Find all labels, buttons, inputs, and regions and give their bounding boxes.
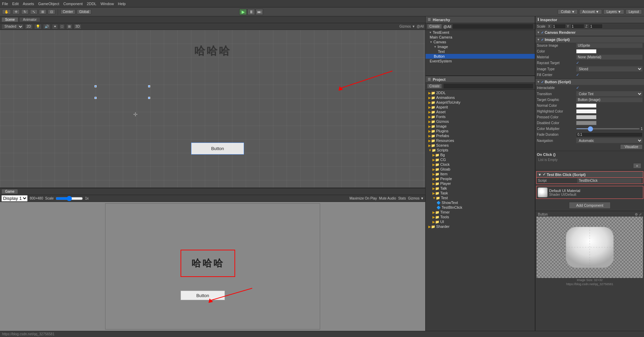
pause-button[interactable]: ⏸ xyxy=(247,9,255,15)
hierarchy-create-btn[interactable]: Create xyxy=(427,24,442,29)
visualize-btn[interactable]: Visualize xyxy=(620,144,643,149)
fill-center-check[interactable]: ✓ xyxy=(576,73,579,77)
source-image-ref[interactable]: UISprite xyxy=(576,43,643,48)
menu-2ddl[interactable]: 2DDL xyxy=(87,2,96,6)
add-onclick-btn[interactable]: + xyxy=(633,163,641,168)
scale-x-input[interactable] xyxy=(552,24,566,29)
fade-duration-input[interactable] xyxy=(576,132,643,137)
project-item-animations[interactable]: ▶📁 Animations xyxy=(426,95,535,100)
project-item-player[interactable]: ▶📁 Player xyxy=(426,181,535,186)
project-item-showtext[interactable]: 🔷 ShowText xyxy=(426,200,535,205)
transform-tool[interactable]: ⊡ xyxy=(48,9,55,14)
project-item-gloab[interactable]: ▶📁 Gloab xyxy=(426,167,535,172)
hierarchy-item-canvas[interactable]: ▼ Canvas xyxy=(426,40,535,44)
handle-tr[interactable] xyxy=(148,85,150,87)
project-item-test[interactable]: ▼📁 Test xyxy=(426,195,535,200)
handle-br[interactable] xyxy=(148,97,150,99)
project-item-cg[interactable]: ▶📁 CG xyxy=(426,157,535,162)
game-button[interactable]: Button xyxy=(181,291,225,300)
menu-assets[interactable]: Assets xyxy=(23,2,34,6)
material-ref[interactable]: None (Material) xyxy=(576,55,643,60)
scene-skybox-btn[interactable]: □ xyxy=(59,24,65,29)
rotate-tool[interactable]: ↻ xyxy=(21,9,29,14)
disabled-color-picker[interactable] xyxy=(576,121,597,125)
project-item-plugins[interactable]: ▶📁 Plugins xyxy=(426,129,535,133)
mute-label[interactable]: Mute Audio xyxy=(379,196,396,200)
canvas-renderer-header[interactable]: ▼ ✓ Canvas Renderer xyxy=(535,29,644,35)
project-item-ui[interactable]: ▶📁 UI xyxy=(426,219,535,224)
menu-help[interactable]: Help xyxy=(118,2,126,6)
color-picker[interactable] xyxy=(576,49,597,54)
project-item-resources[interactable]: ▶📁 Resources xyxy=(426,138,535,143)
hand-tool[interactable]: ✋ xyxy=(2,9,11,14)
project-item-asperit[interactable]: ▶📁 Asperit xyxy=(426,105,535,109)
global-btn[interactable]: Global xyxy=(77,9,91,14)
project-item-scripts[interactable]: ▼📁 Scripts xyxy=(426,148,535,152)
project-item-fonts[interactable]: ▶📁 Fonts xyxy=(426,114,535,119)
menu-gameobject[interactable]: GameObject xyxy=(38,2,59,6)
project-item-image[interactable]: ▶📁 Image xyxy=(426,124,535,129)
script-ref[interactable]: TestBtnClick xyxy=(577,178,642,183)
project-item-scenes[interactable]: ▶📁 Scenes xyxy=(426,143,535,148)
navigation-select[interactable]: Automatic xyxy=(576,138,643,143)
shading-select[interactable]: Shaded xyxy=(1,24,24,29)
raycast-check[interactable]: ✓ xyxy=(576,61,579,65)
menu-component[interactable]: Component xyxy=(63,2,83,6)
tab-game[interactable]: Game xyxy=(1,189,18,194)
scene-button-widget[interactable]: Button xyxy=(191,143,244,155)
project-item-people[interactable]: ▶📁 People xyxy=(426,176,535,181)
project-create-btn[interactable]: Create xyxy=(427,84,442,89)
scene-grid-btn[interactable]: ⊞ xyxy=(66,24,72,29)
scale-z-input[interactable] xyxy=(589,24,603,29)
layers-btn[interactable]: Layers ▼ xyxy=(603,9,624,14)
handle-bl[interactable] xyxy=(95,97,97,99)
hierarchy-search[interactable] xyxy=(453,24,533,29)
maximize-label[interactable]: Maximize On Play xyxy=(349,196,377,200)
scale-tool[interactable]: ⤡ xyxy=(30,9,38,14)
scale-y-input[interactable] xyxy=(571,24,584,29)
2d-btn[interactable]: 2D xyxy=(25,24,33,29)
menu-file[interactable]: File xyxy=(2,2,8,6)
normal-color-picker[interactable] xyxy=(576,103,597,108)
hierarchy-item-eventsystem[interactable]: EventSystem xyxy=(426,59,535,63)
project-item-2ddl[interactable]: ▶📁 2DDL xyxy=(426,90,535,95)
project-item-item[interactable]: ▶📁 Item xyxy=(426,172,535,176)
handle-tl[interactable] xyxy=(95,85,97,87)
tab-animator[interactable]: Animator xyxy=(19,17,40,22)
scale-slider[interactable] xyxy=(56,196,83,201)
display-select[interactable]: Display 1 xyxy=(1,195,28,202)
project-item-clock[interactable]: ▶📁 Clock xyxy=(426,162,535,167)
test-btn-click-header[interactable]: ▼ ✓ Test Btn Click (Script) xyxy=(536,172,643,178)
menu-edit[interactable]: Edit xyxy=(12,2,19,6)
scene-3d-btn[interactable]: 3D xyxy=(74,24,82,29)
project-item-tools[interactable]: ▶📁 Tools xyxy=(426,215,535,219)
target-graphic-ref[interactable]: Button (Image) xyxy=(576,97,643,102)
project-item-testbtnclick[interactable]: 🔷 TestBtnClick xyxy=(426,205,535,210)
tab-scene[interactable]: Scene xyxy=(1,17,18,22)
project-item-timer[interactable]: ▶📁 Timer xyxy=(426,210,535,215)
transition-select[interactable]: Color Tint xyxy=(576,91,643,97)
scene-fx-btn[interactable]: ✦ xyxy=(52,24,58,29)
move-tool[interactable]: ✛ xyxy=(12,9,20,14)
account-btn[interactable]: Account ▼ xyxy=(579,9,602,14)
rect-tool[interactable]: ⊞ xyxy=(39,9,46,14)
project-search[interactable] xyxy=(443,84,533,89)
interactable-check[interactable]: ✓ xyxy=(576,86,579,90)
project-item-bg[interactable]: ▶📁 Bg xyxy=(426,152,535,157)
project-item-asset[interactable]: ▶📁 Asset xyxy=(426,109,535,114)
scene-light-btn[interactable]: 💡 xyxy=(34,24,42,29)
hierarchy-item-maincamera[interactable]: Main Camera xyxy=(426,35,535,40)
highlighted-color-picker[interactable] xyxy=(576,109,597,114)
project-item-aseprittounity[interactable]: ▶📁 AsepritToUnity xyxy=(426,100,535,105)
collab-btn[interactable]: Collab ▼ xyxy=(558,9,578,14)
project-item-task[interactable]: ▶📁 Task xyxy=(426,191,535,195)
pivot-btn[interactable]: Center xyxy=(60,9,75,14)
step-button[interactable]: ⏭ xyxy=(256,9,263,15)
project-item-talk[interactable]: ▶📁 Talk xyxy=(426,186,535,191)
scene-canvas[interactable]: 哈哈哈 Button ✛ xyxy=(0,30,425,188)
project-item-sharder[interactable]: ▶📁 Sharder xyxy=(426,224,535,229)
image-type-select[interactable]: Sliced xyxy=(576,66,643,72)
layout-btn[interactable]: Layout xyxy=(626,9,642,14)
play-button[interactable]: ▶ xyxy=(239,9,247,15)
image-script-header[interactable]: ▼ ✓ Image (Script) xyxy=(535,36,644,43)
